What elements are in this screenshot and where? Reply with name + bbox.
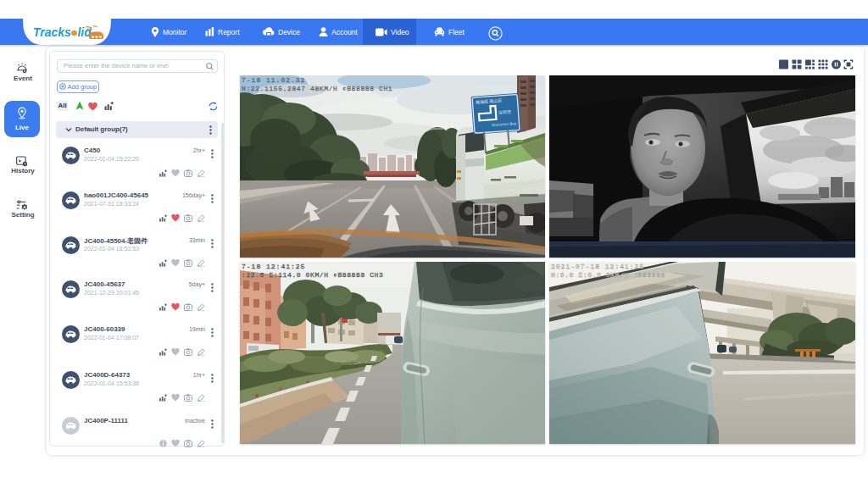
svg-text:7-18 11.02.32: 7-18 11.02.32 bbox=[242, 76, 305, 84]
svg-text:N:22.1155.2847 48KM/H ◐B88888: N:22.1155.2847 48KM/H ◐B88888 CH1 bbox=[242, 85, 392, 92]
svg-text:2021-07-18 12:41:25: 2021-07-18 12:41:25 bbox=[551, 263, 644, 270]
svg-text:7-18 12:41:25: 7-18 12:41:25 bbox=[242, 263, 305, 270]
svg-text::22.6 E:114.0 0KM/H ◐B88888 CH: :22.6 E:114.0 0KM/H ◐B88888 CH3 bbox=[242, 271, 383, 279]
svg-text:N:0.0 E:0.0 0KM/H ◐B88888: N:0.0 E:0.0 0KM/H ◐B88888 bbox=[551, 271, 665, 279]
